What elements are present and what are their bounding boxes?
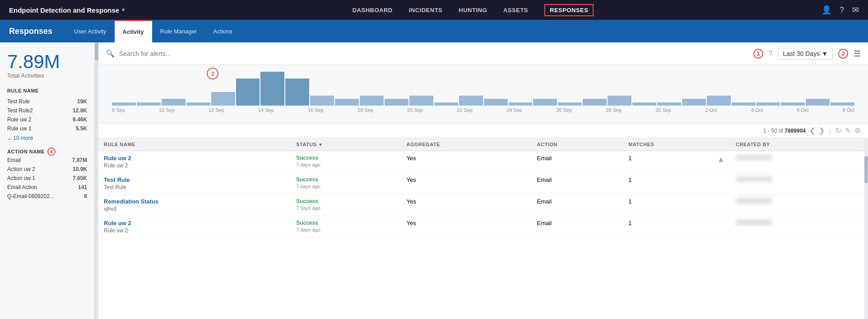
sidebar-scrollbar[interactable] xyxy=(95,42,98,319)
rule-name-link[interactable]: Remediation Status xyxy=(104,198,285,205)
search-icon: 🔍 xyxy=(106,49,115,58)
sidebar-action-item[interactable]: Email Action141 xyxy=(7,183,87,192)
action-name-section-title: ACTION NAME xyxy=(7,149,45,154)
chart-bar-16 xyxy=(509,102,533,106)
table-row[interactable]: Test Rule Test Rule Success 7 days ago Y… xyxy=(98,173,868,194)
user-icon[interactable]: 👤 xyxy=(822,5,831,15)
col-created-by: CREATED BY xyxy=(730,138,868,151)
chart-bar-4 xyxy=(211,92,235,106)
top-navigation: Endpoint Detection and Response ▾ DASHBO… xyxy=(0,0,868,20)
sidebar-action-item[interactable]: Q-Email-0809202...8 xyxy=(7,192,87,201)
chart-bar-3 xyxy=(186,102,210,106)
chart-toggle-button[interactable]: ✎ xyxy=(845,126,851,135)
cell-aggregate: Yes xyxy=(401,173,532,194)
table-row[interactable]: Rule uw 2 Rule uw 2 Success 7 days ago Y… xyxy=(98,216,868,238)
col-aggregate: AGGREGATE xyxy=(401,138,532,151)
chart-x-label: 8 Sep xyxy=(112,107,125,113)
chart-bar-1 xyxy=(137,102,161,106)
cell-matches: 1 xyxy=(623,173,730,194)
sidebar-action-item[interactable]: Email7.87M xyxy=(7,156,87,165)
sub-nav-tab-actions[interactable]: Actions xyxy=(205,20,241,42)
sidebar-rule-item[interactable]: Test Rule212.8K xyxy=(7,106,87,115)
chart-x-labels: 8 Sep10 Sep12 Sep14 Sep16 Sep18 Sep20 Se… xyxy=(112,107,854,113)
search-input[interactable] xyxy=(119,50,749,57)
data-table: RULE NAME STATUS ▼ AGGREGATE ACTION MATC… xyxy=(98,138,868,238)
menu-icon[interactable]: ☰ xyxy=(854,49,861,59)
sidebar-scrollbar-thumb xyxy=(95,42,98,60)
cell-rule-name: Test Rule Test Rule xyxy=(98,173,291,194)
chart-bar-11 xyxy=(385,99,408,106)
rule-sub: vjhvd xyxy=(104,206,285,212)
col-status[interactable]: STATUS ▼ xyxy=(291,138,401,151)
search-bar-right: 1 ? Last 30 Days ▼ 2 ☰ xyxy=(753,48,861,60)
chart-x-label: 10 Sep xyxy=(159,107,175,113)
rules-more-link[interactable]: ⌄ 10 more xyxy=(7,135,87,141)
action-name-section: ACTION NAME 4 xyxy=(7,148,87,156)
top-nav-link-responses[interactable]: RESPONSES xyxy=(544,4,594,16)
status-badge: Success xyxy=(296,220,395,226)
table-scrollbar[interactable] xyxy=(864,138,868,319)
cell-matches: 1 ▲ xyxy=(623,151,730,173)
chart-x-label: 2 Oct xyxy=(705,107,717,113)
cell-action: Email xyxy=(532,216,623,238)
status-badge: Success xyxy=(296,176,395,183)
chart-bars[interactable] xyxy=(112,69,854,106)
next-page-button[interactable]: ❯ xyxy=(819,126,825,135)
main-nav: DASHBOARDINCIDENTSHUNTINGASSETSRESPONSES xyxy=(353,4,594,16)
cell-status: Success 7 days ago xyxy=(291,194,401,216)
cell-rule-name: Rule uw 2 Rule uw 2 xyxy=(98,216,291,238)
top-nav-link-hunting[interactable]: HUNTING xyxy=(459,5,487,15)
chart-area: 3 8 Sep10 Sep12 Sep14 Sep16 Sep18 Sep20 … xyxy=(98,65,868,124)
chart-bar-7 xyxy=(285,79,309,106)
col-rule-name: RULE NAME xyxy=(98,138,291,151)
chart-bar-0 xyxy=(112,102,136,106)
sidebar-rule-item[interactable]: Rule uw 15.5K xyxy=(7,124,87,133)
top-nav-link-assets[interactable]: ASSETS xyxy=(503,5,528,15)
cell-created-by xyxy=(730,151,868,173)
rule-name-link[interactable]: Rule uw 2 xyxy=(104,155,285,162)
rule-name-link[interactable]: Test Rule xyxy=(104,176,285,183)
sidebar-rule-item[interactable]: Rule uw 29.46K xyxy=(7,115,87,124)
table-row[interactable]: Rule uw 2 Rule uw 2 Success 7 days ago Y… xyxy=(98,151,868,173)
cell-aggregate: Yes xyxy=(401,194,532,216)
chart-x-label: 24 Sep xyxy=(506,107,522,113)
rule-sub: Rule uw 2 xyxy=(104,227,285,234)
help-icon[interactable]: ? xyxy=(840,5,844,15)
sidebar-rule-item[interactable]: Test Rule19K xyxy=(7,97,87,106)
app-title: Endpoint Detection and Response xyxy=(9,6,119,14)
created-by-value xyxy=(736,198,772,203)
sub-nav-tab-rulemanager[interactable]: Rule Manager xyxy=(152,20,205,42)
search-help-icon[interactable]: ? xyxy=(769,50,773,58)
status-time: 7 days ago xyxy=(296,162,395,167)
prev-page-button[interactable]: ❮ xyxy=(809,126,815,135)
sub-nav-tab-activity[interactable]: Activity xyxy=(115,20,152,42)
sidebar-action-item[interactable]: Action uw 17.65K xyxy=(7,174,87,183)
chart-x-label: 12 Sep xyxy=(209,107,224,113)
sidebar-action-item[interactable]: Action uw 210.9K xyxy=(7,165,87,174)
status-time: 7 days ago xyxy=(296,184,395,189)
mail-icon[interactable]: ✉ xyxy=(852,5,859,15)
cell-matches: 1 xyxy=(623,194,730,216)
date-range-button[interactable]: Last 30 Days ▼ xyxy=(778,48,833,60)
top-nav-link-dashboard[interactable]: DASHBOARD xyxy=(353,5,393,15)
rule-name-link[interactable]: Rule uw 2 xyxy=(104,220,285,227)
rule-name-section-title: RULE NAME xyxy=(7,88,87,93)
search-badge-1: 1 xyxy=(753,49,763,59)
chart-bar-2 xyxy=(162,99,186,106)
app-dropdown-arrow[interactable]: ▾ xyxy=(122,7,125,13)
sub-nav-tab-useractivity[interactable]: User Activity xyxy=(66,20,115,42)
status-time: 7 days ago xyxy=(296,227,395,232)
chart-bar-27 xyxy=(781,102,805,106)
settings-button[interactable]: ⚙ xyxy=(854,126,861,135)
download-button[interactable]: ↓ xyxy=(828,127,832,135)
chart-x-label: 16 Sep xyxy=(308,107,324,113)
expand-button[interactable]: ▲ xyxy=(717,155,725,164)
search-bar: 🔍 1 ? Last 30 Days ▼ 2 ☰ xyxy=(98,42,868,65)
app-title-section[interactable]: Endpoint Detection and Response ▾ xyxy=(9,6,125,14)
table-row[interactable]: Remediation Status vjhvd Success 7 days … xyxy=(98,194,868,216)
top-nav-link-incidents[interactable]: INCIDENTS xyxy=(409,5,443,15)
col-action: ACTION xyxy=(532,138,623,151)
table-controls: ❮ ❯ ↓ ↻ ✎ ⚙ xyxy=(809,126,861,135)
refresh-button[interactable]: ↻ xyxy=(836,126,841,135)
cell-created-by xyxy=(730,194,868,216)
